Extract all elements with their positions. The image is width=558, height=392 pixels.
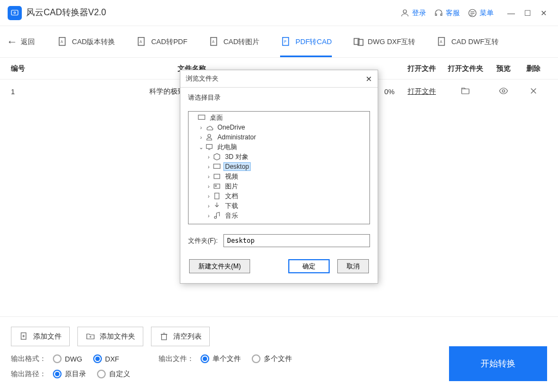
pc-icon <box>205 143 214 151</box>
tree-item-docs[interactable]: ›文档 <box>190 191 368 201</box>
video-icon <box>213 173 221 180</box>
dialog-close-button[interactable]: ✕ <box>366 75 372 83</box>
music-icon <box>213 212 221 219</box>
new-folder-button[interactable]: 新建文件夹(M) <box>189 259 250 273</box>
tree-item-video[interactable]: ›视频 <box>190 171 368 181</box>
tree-item-downloads[interactable]: ›下载 <box>190 201 368 211</box>
desktop-icon <box>197 114 206 121</box>
image-icon <box>213 182 221 190</box>
tree-item-thispc[interactable]: ⌄此电脑 <box>190 142 368 152</box>
download-icon <box>213 202 221 210</box>
cube-icon <box>213 153 221 161</box>
folder-tree[interactable]: 桌面 ›OneDrive ›Administrator ⌄此电脑 ›3D 对象 … <box>188 111 370 224</box>
user-icon <box>205 133 214 141</box>
folder-field[interactable] <box>223 234 370 247</box>
browse-folder-dialog: 浏览文件夹 ✕ 请选择目录 桌面 ›OneDrive ›Administrato… <box>180 70 378 284</box>
cloud-icon <box>205 124 214 131</box>
svg-rect-33 <box>207 144 213 148</box>
tree-item-onedrive[interactable]: ›OneDrive <box>190 122 368 132</box>
svg-rect-35 <box>214 164 220 168</box>
tree-item-3d[interactable]: ›3D 对象 <box>190 152 368 162</box>
cancel-button[interactable]: 取消 <box>337 259 369 273</box>
dialog-subtitle: 请选择目录 <box>188 93 370 102</box>
dialog-title: 浏览文件夹 <box>186 74 219 83</box>
svg-rect-36 <box>214 174 220 179</box>
tree-item-desktop-en[interactable]: ›Desktop <box>190 162 368 171</box>
svg-point-38 <box>215 185 217 187</box>
folder-field-label: 文件夹(F): <box>188 236 218 246</box>
svg-point-40 <box>214 216 216 218</box>
ok-button[interactable]: 确定 <box>288 259 330 273</box>
dialog-overlay: 浏览文件夹 ✕ 请选择目录 桌面 ›OneDrive ›Administrato… <box>0 0 558 392</box>
tree-item-admin[interactable]: ›Administrator <box>190 132 368 142</box>
desktop-icon <box>213 163 221 170</box>
svg-rect-31 <box>198 115 205 119</box>
doc-icon <box>213 192 221 200</box>
tree-item-pictures[interactable]: ›图片 <box>190 181 368 191</box>
tree-item-music[interactable]: ›音乐 <box>190 211 368 220</box>
svg-point-32 <box>208 134 210 137</box>
tree-item-desktop[interactable]: 桌面 <box>190 113 368 122</box>
svg-rect-39 <box>215 193 219 199</box>
